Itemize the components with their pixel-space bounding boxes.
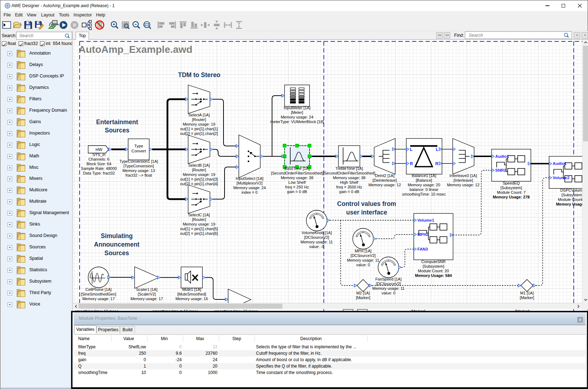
svg-text:AutoAmp_Example.awd: AutoAmp_Example.awd: [79, 44, 192, 55]
svg-text:[DCSourceV2]: [DCSourceV2]: [376, 282, 401, 286]
svg-text:Scaler1 [1A]: Scaler1 [1A]: [136, 287, 157, 292]
svg-text:[Meter]: [Meter]: [291, 110, 303, 115]
svg-text:[SecondOrderFilterSmoothed]: [SecondOrderFilterSmoothed]: [271, 171, 323, 175]
svg-text:Low Shelf: Low Shelf: [288, 180, 306, 185]
svg-text:Balance1 [1A]: Balance1 [1A]: [412, 173, 436, 178]
svg-text:Volume1: Volume1: [417, 218, 434, 222]
svg-text:[Router]: [Router]: [192, 217, 206, 222]
svg-text:SelectB [1A]: SelectB [1A]: [188, 163, 210, 167]
svg-text:Memory usage: 38: Memory usage: 38: [333, 176, 365, 180]
svg-text:[ScalerV2]: [ScalerV2]: [138, 292, 156, 296]
svg-text:[Subsystem]: [Subsystem]: [501, 186, 522, 190]
svg-text:gain = 0 dB: gain = 0 dB: [339, 190, 359, 194]
svg-text:Convert: Convert: [131, 149, 146, 153]
svg-text:TypeConversion1 [1A]: TypeConversion1 [1A]: [119, 159, 158, 163]
svg-text:Deint2 [1A]: Deint2 [1A]: [375, 173, 394, 178]
svg-text:Memory usage: 38: Memory usage: 38: [281, 176, 313, 180]
svg-text:InputSelect [1A]: InputSelect [1A]: [236, 176, 263, 181]
svg-text:value: 0: value: 0: [382, 291, 396, 295]
svg-text:[DCSourceV2]: [DCSourceV2]: [351, 253, 376, 258]
svg-text:Interleave3 [1A]: Interleave3 [1A]: [449, 173, 477, 178]
svg-text:[Deinterleave]: [Deinterleave]: [373, 178, 397, 182]
svg-text:user interface: user interface: [346, 209, 387, 216]
svg-text:[Interleave]: [Interleave]: [453, 178, 473, 182]
svg-text:Module Count: 5: Module Count: 5: [558, 197, 582, 202]
svg-text:CellPhone [1A]: CellPhone [1A]: [85, 287, 111, 292]
svg-text:Sample Rate: 48000: Sample Rate: 48000: [81, 166, 117, 171]
svg-text:meterType: VUMeterBlock [18]: meterType: VUMeterBlock [18]: [270, 120, 324, 124]
svg-text:[Router]: [Router]: [192, 168, 206, 172]
svg-text:Memory usage: 11: Memory usage: 11: [347, 258, 379, 262]
svg-text:Block Size: 64: Block Size: 64: [86, 162, 111, 166]
svg-text:[SecondOrderFilterSmoothed]: [SecondOrderFilterSmoothed]: [323, 171, 375, 175]
svg-text:Memory usage: 17: Memory usage: 17: [130, 297, 163, 301]
svg-text:Sources: Sources: [105, 127, 129, 134]
svg-text:Memory usage: 24: Memory usage: 24: [281, 115, 313, 119]
svg-text:Memory Usage: 584: Memory Usage: 584: [415, 273, 452, 278]
svg-text:[Router]: [Router]: [192, 117, 206, 122]
svg-text:value: 0: value: 0: [356, 263, 370, 267]
svg-text:[MultiplexorV2]: [MultiplexorV2]: [237, 181, 263, 185]
svg-text:Data Type: fract32: Data Type: fract32: [83, 171, 115, 175]
svg-text:out[1] = pin[1].chan[1]: out[1] = pin[1].chan[1]: [180, 127, 218, 131]
svg-text:SYS_in: SYS_in: [92, 152, 106, 157]
svg-text:M1 [1A]: M1 [1A]: [520, 291, 534, 295]
svg-text:Memory usage: 13: Memory usage: 13: [122, 168, 155, 173]
svg-text:R: R: [410, 161, 413, 166]
svg-text:Channels: 6: Channels: 6: [89, 157, 110, 161]
svg-text:Mute1 [1A]: Mute1 [1A]: [182, 287, 201, 292]
svg-text:out[2] = pin[1].chan[6]: out[2] = pin[1].chan[6]: [180, 231, 218, 236]
svg-text:out[1] = pin[1].chan[5]: out[1] = pin[1].chan[5]: [180, 227, 218, 231]
svg-text:out[1] = pin[1].chan[3]: out[1] = pin[1].chan[3]: [180, 177, 218, 181]
svg-text:Audio1: Audio1: [553, 161, 567, 166]
svg-text:Memory usage: 24: Memory usage: 24: [233, 186, 266, 190]
svg-text:Memory Usage: 5: Memory Usage: 5: [556, 202, 582, 206]
svg-text:L: L: [436, 147, 438, 152]
svg-text:Memory usage: 11: Memory usage: 11: [301, 240, 333, 244]
svg-text:M2 [1A]: M2 [1A]: [356, 291, 370, 295]
svg-text:Module Count: 20: Module Count: 20: [418, 269, 449, 273]
svg-text:Memory usage: 20: Memory usage: 20: [408, 183, 440, 187]
svg-text:MPH2: MPH2: [417, 232, 429, 237]
svg-text:R: R: [435, 161, 438, 166]
svg-text:Sources: Sources: [104, 249, 129, 257]
svg-text:[Marker]: [Marker]: [520, 295, 534, 300]
svg-text:fract32 --> float: fract32 --> float: [125, 173, 152, 177]
svg-text:SNR2: SNR2: [495, 168, 506, 172]
svg-text:Volume2: Volume2: [553, 176, 569, 180]
svg-text:[DCSourceV2]: [DCSourceV2]: [304, 235, 329, 239]
svg-text:balance: 0 linear: balance: 0 linear: [409, 187, 438, 192]
svg-text:SelectA [1A]: SelectA [1A]: [189, 113, 210, 117]
svg-text:freq = 3500 Hz: freq = 3500 Hz: [336, 185, 362, 189]
svg-text:Entertainment: Entertainment: [96, 118, 138, 126]
svg-text:Memory usage: 12: Memory usage: 12: [447, 183, 479, 187]
svg-text:Memory usage: 11: Memory usage: 11: [372, 286, 404, 291]
svg-text:TDM to Stereo: TDM to Stereo: [178, 71, 221, 79]
svg-text:Type: Type: [134, 144, 143, 148]
svg-text:TrebleTone [1A]: TrebleTone [1A]: [335, 166, 363, 171]
svg-text:InputMeter [1A]: InputMeter [1A]: [283, 106, 310, 110]
svg-text:L: L: [410, 147, 412, 152]
svg-text:BassTone [1A]: BassTone [1A]: [285, 166, 310, 171]
svg-text:DSPCVolume: DSPCVolume: [560, 188, 582, 192]
svg-text:HW: HW: [95, 147, 102, 152]
svg-text:index = 0: index = 0: [242, 190, 258, 194]
svg-text:smoothingTime: 10 msec: smoothingTime: 10 msec: [402, 192, 446, 196]
svg-text:VolumeKnob [1A]: VolumeKnob [1A]: [301, 231, 332, 235]
svg-text:[MuteSmoothed]: [MuteSmoothed]: [177, 292, 206, 296]
svg-text:SpeedEQ: SpeedEQ: [503, 181, 520, 185]
svg-text:[Marker]: [Marker]: [356, 295, 370, 300]
svg-text:ComputeSNR: ComputeSNR: [421, 259, 446, 264]
svg-text:Memory usage: 19: Memory usage: 19: [183, 172, 215, 177]
svg-text:freq = 250 Hz: freq = 250 Hz: [285, 185, 309, 189]
svg-text:[Balance]: [Balance]: [416, 178, 432, 182]
svg-text:High Shelf: High Shelf: [340, 180, 359, 185]
svg-text:gain = 0 dB: gain = 0 dB: [287, 190, 307, 194]
svg-text:FanSpeed [1A]: FanSpeed [1A]: [375, 277, 401, 281]
svg-text:Control values from: Control values from: [337, 200, 396, 207]
svg-text:Audio1: Audio1: [495, 154, 509, 158]
svg-text:Memory usage: 19: Memory usage: 19: [183, 122, 215, 126]
svg-text:Memory Usage: 278: Memory Usage: 278: [493, 195, 529, 199]
svg-text:[Subsystem]: [Subsystem]: [562, 193, 582, 197]
svg-text:value: -9: value: -9: [309, 244, 324, 249]
